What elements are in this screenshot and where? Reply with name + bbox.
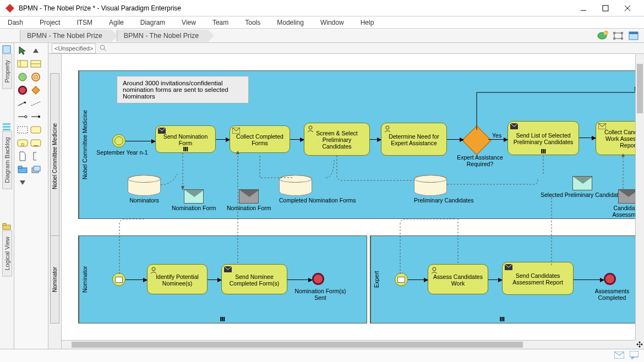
end-event-nominator[interactable] bbox=[312, 273, 324, 285]
sequence-flow[interactable] bbox=[125, 141, 155, 141]
task-collect-forms[interactable]: Collect Completed Forms bbox=[230, 125, 290, 153]
end-event-tool[interactable] bbox=[17, 85, 29, 96]
layout-icon[interactable] bbox=[627, 30, 640, 42]
diagram-canvas[interactable]: Nobel Committee Medicine Nominator Exper… bbox=[62, 54, 644, 349]
folder-tool[interactable] bbox=[17, 164, 29, 175]
message-flow[interactable] bbox=[235, 153, 263, 274]
sequence-flow[interactable] bbox=[447, 139, 463, 140]
task-determine-need[interactable]: Determine Need for Expert Assistance bbox=[381, 123, 447, 156]
sequence-flow-tool[interactable] bbox=[17, 98, 29, 109]
task-label: Collect Completed Forms bbox=[233, 133, 286, 146]
sequence-flow[interactable] bbox=[488, 279, 502, 280]
text-annotation[interactable]: Around 3000 invitations/confidential nom… bbox=[117, 76, 249, 103]
triangle-up-icon[interactable] bbox=[30, 45, 42, 56]
connector2-tool[interactable] bbox=[30, 111, 42, 122]
search-icon[interactable] bbox=[99, 44, 107, 53]
sequence-flow[interactable] bbox=[208, 279, 221, 280]
message-flow[interactable] bbox=[455, 219, 477, 279]
data-object-tool[interactable] bbox=[17, 151, 29, 162]
intermediate-event-tool[interactable] bbox=[30, 72, 42, 83]
sequence-flow[interactable] bbox=[216, 139, 230, 140]
breadcrumb-item[interactable]: BPMN - The Nobel Prize bbox=[117, 30, 209, 42]
sequence-flow[interactable] bbox=[287, 279, 312, 280]
pool-tool[interactable] bbox=[17, 58, 29, 69]
association-tool[interactable] bbox=[30, 98, 42, 109]
pan-handle[interactable] bbox=[635, 340, 644, 349]
layers-tool[interactable] bbox=[30, 164, 42, 175]
menu-project[interactable]: Project bbox=[40, 19, 60, 26]
package-selector[interactable]: <Unspecified> bbox=[52, 43, 96, 53]
start-event-timer[interactable] bbox=[112, 134, 125, 147]
message-flow[interactable] bbox=[541, 156, 563, 277]
receive-icon bbox=[232, 128, 240, 135]
data-association[interactable] bbox=[144, 174, 183, 201]
task-send-nomination[interactable]: Send Nomination Form bbox=[155, 125, 216, 153]
minimize-button[interactable] bbox=[572, 2, 594, 15]
task-label: Send Nominee Completed Form(s) bbox=[225, 273, 283, 287]
tab-property[interactable]: Property bbox=[2, 54, 12, 89]
menu-help[interactable]: Help bbox=[361, 19, 374, 26]
vertical-scrollbar[interactable] bbox=[635, 54, 644, 340]
menu-modeling[interactable]: Modeling bbox=[277, 19, 304, 26]
svg-marker-71 bbox=[641, 343, 643, 345]
annotation-tool[interactable] bbox=[30, 151, 42, 162]
svg-rect-8 bbox=[614, 33, 622, 39]
close-button[interactable] bbox=[616, 2, 638, 15]
menu-itsm[interactable]: ITSM bbox=[77, 19, 92, 26]
task-send-assessment-report[interactable]: Send Candidates Assessment Report bbox=[502, 262, 574, 295]
backlog-tab-icon bbox=[2, 122, 11, 131]
cursor-tool[interactable] bbox=[17, 45, 29, 56]
triangle-down-icon[interactable] bbox=[17, 177, 29, 188]
tab-diagram-backlog[interactable]: Diagram Backlog bbox=[2, 131, 12, 189]
menu-diagram[interactable]: Diagram bbox=[140, 19, 165, 26]
start-event-tool[interactable] bbox=[17, 72, 29, 83]
breadcrumb-item[interactable]: BPMN - The Nobel Prize bbox=[20, 30, 112, 42]
sequence-flow[interactable] bbox=[290, 139, 304, 140]
sequence-flow-no[interactable] bbox=[477, 92, 644, 142]
sequence-flow[interactable] bbox=[408, 279, 428, 280]
task-screen-select[interactable]: Screen & Select Preliminary Candidates bbox=[304, 123, 370, 156]
menu-team[interactable]: Team bbox=[212, 19, 228, 26]
frame-icon[interactable] bbox=[612, 30, 624, 42]
sequence-flow[interactable] bbox=[370, 139, 381, 140]
lane-tool[interactable] bbox=[30, 58, 42, 69]
svg-marker-0 bbox=[6, 4, 14, 13]
mail-icon[interactable] bbox=[614, 352, 624, 360]
data-association[interactable] bbox=[260, 156, 337, 189]
pool-header-2[interactable]: Nominator bbox=[50, 235, 59, 323]
task-tool[interactable] bbox=[30, 124, 42, 135]
svg-marker-22 bbox=[33, 48, 39, 53]
chat-icon[interactable] bbox=[630, 351, 638, 360]
send-icon bbox=[224, 266, 232, 273]
menu-dash[interactable]: Dash bbox=[8, 19, 23, 26]
dashed-rect-tool[interactable] bbox=[17, 124, 29, 135]
lane-title-nominator: Nominator bbox=[79, 236, 90, 323]
data-association[interactable] bbox=[337, 156, 447, 189]
svg-point-29 bbox=[34, 75, 38, 79]
svg-rect-39 bbox=[18, 127, 28, 133]
menu-tools[interactable]: Tools bbox=[245, 19, 260, 26]
comments-icon[interactable]: 9+ bbox=[597, 30, 609, 42]
gateway-tool[interactable] bbox=[30, 85, 42, 96]
tab-logical-view[interactable]: Logical View bbox=[2, 231, 12, 277]
menu-window[interactable]: Window bbox=[320, 19, 344, 26]
sequence-flow[interactable] bbox=[125, 279, 147, 280]
maximize-button[interactable] bbox=[594, 2, 616, 15]
end-event-expert[interactable] bbox=[604, 273, 616, 285]
work-area: <Unspecified> Nobel Committee Medicine N… bbox=[48, 43, 644, 349]
side-tab-strip: Property Diagram Backlog Logical View bbox=[0, 43, 14, 349]
menu-agile[interactable]: Agile bbox=[109, 19, 124, 26]
menu-view[interactable]: View bbox=[182, 19, 196, 26]
multi-instance-marker bbox=[183, 147, 188, 151]
subprocess-tool[interactable] bbox=[17, 138, 29, 149]
sequence-flow[interactable] bbox=[574, 279, 604, 280]
svg-rect-40 bbox=[31, 127, 41, 133]
connector-tool[interactable] bbox=[17, 111, 29, 122]
multi-instance-marker bbox=[541, 149, 545, 153]
pool-header[interactable]: Nobel Committee Medicine bbox=[50, 73, 59, 239]
titlebar: BPMN - The Nobel Prize * - Visual Paradi… bbox=[0, 0, 644, 17]
horizontal-scrollbar[interactable] bbox=[62, 340, 635, 349]
call-activity-tool[interactable] bbox=[30, 138, 42, 149]
message-flow[interactable] bbox=[117, 153, 188, 279]
svg-marker-69 bbox=[638, 346, 641, 348]
